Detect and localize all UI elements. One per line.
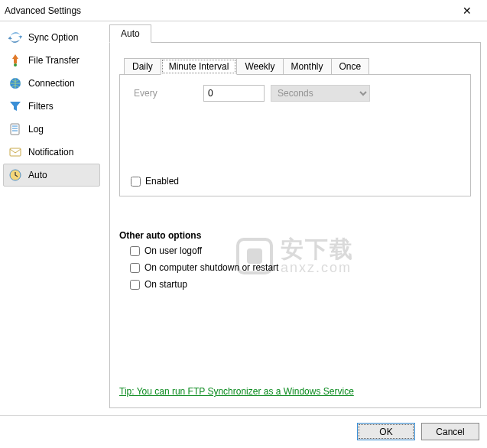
on-logoff-checkbox-input[interactable] — [130, 246, 140, 256]
tab-auto[interactable]: Auto — [109, 24, 151, 43]
svg-rect-3 — [11, 124, 19, 135]
outer-tab-strip: Auto — [109, 24, 481, 43]
sidebar-item-label: Filters — [28, 101, 95, 112]
sidebar-item-label: Sync Option — [28, 32, 95, 43]
other-options-title: Other auto options — [119, 230, 471, 241]
on-logoff-checkbox[interactable]: On user logoff — [130, 245, 471, 256]
globe-icon — [8, 76, 22, 90]
enabled-label: Enabled — [145, 176, 179, 187]
tip-link[interactable]: Tip: You can run FTP Synchronizer as a W… — [119, 386, 354, 397]
svg-marker-0 — [12, 54, 18, 63]
sidebar-item-label: Notification — [28, 147, 95, 157]
sidebar-item-filters[interactable]: Filters — [3, 95, 100, 118]
enabled-checkbox[interactable]: Enabled — [131, 176, 179, 187]
outer-tab-control: Auto Daily Minute Interval Weekly Monthl… — [109, 24, 481, 409]
every-row: Every Seconds — [131, 85, 459, 102]
outer-tab-body: Daily Minute Interval Weekly Monthly Onc… — [109, 42, 481, 408]
tab-weekly[interactable]: Weekly — [236, 58, 283, 75]
sidebar-item-label: Auto — [28, 170, 95, 180]
ok-button[interactable]: OK — [357, 423, 415, 440]
on-shutdown-checkbox-input[interactable] — [130, 263, 140, 273]
sidebar-item-sync-option[interactable]: Sync Option — [3, 26, 100, 49]
inner-tab-strip: Daily Minute Interval Weekly Monthly Onc… — [124, 58, 471, 75]
dialog-footer: OK Cancel — [0, 415, 487, 447]
funnel-icon — [8, 99, 22, 113]
sidebar-item-log[interactable]: Log — [3, 118, 100, 141]
inner-tab-control: Daily Minute Interval Weekly Monthly Onc… — [119, 58, 471, 196]
mail-icon — [8, 145, 22, 159]
sync-icon — [8, 31, 22, 44]
sidebar: Sync Option File Transfer Connection Fil… — [0, 21, 103, 415]
close-icon[interactable]: ✕ — [452, 5, 482, 17]
tab-once[interactable]: Once — [331, 58, 370, 75]
svg-point-1 — [14, 63, 17, 67]
svg-rect-7 — [10, 148, 21, 156]
clock-icon — [8, 168, 22, 182]
dialog-body: Sync Option File Transfer Connection Fil… — [0, 21, 487, 415]
on-startup-checkbox[interactable]: On startup — [130, 279, 471, 290]
every-label: Every — [131, 88, 203, 99]
interval-value-input[interactable] — [203, 85, 265, 102]
on-startup-checkbox-input[interactable] — [130, 280, 140, 290]
sidebar-item-label: File Transfer — [28, 55, 95, 66]
tab-monthly[interactable]: Monthly — [283, 58, 332, 75]
on-startup-label: On startup — [144, 279, 187, 290]
sidebar-item-auto[interactable]: Auto — [3, 164, 100, 187]
interval-unit-select[interactable]: Seconds — [271, 85, 370, 102]
tab-daily[interactable]: Daily — [124, 58, 161, 75]
tab-minute-interval[interactable]: Minute Interval — [161, 58, 238, 75]
other-options-group: On user logoff On computer shutdown or r… — [119, 245, 471, 290]
sidebar-item-connection[interactable]: Connection — [3, 72, 100, 95]
titlebar: Advanced Settings ✕ — [0, 0, 487, 21]
window-title: Advanced Settings — [5, 5, 81, 16]
transfer-icon — [8, 54, 22, 67]
content-area: Auto Daily Minute Interval Weekly Monthl… — [103, 21, 487, 415]
on-shutdown-label: On computer shutdown or restart — [144, 262, 278, 273]
enabled-checkbox-input[interactable] — [131, 177, 141, 187]
log-icon — [8, 122, 22, 136]
sidebar-item-label: Log — [28, 124, 95, 135]
sidebar-item-notification[interactable]: Notification — [3, 141, 100, 164]
on-logoff-label: On user logoff — [144, 245, 202, 256]
inner-tab-body: Every Seconds Enabled — [119, 74, 471, 196]
sidebar-item-file-transfer[interactable]: File Transfer — [3, 49, 100, 72]
sidebar-item-label: Connection — [28, 78, 95, 89]
on-shutdown-checkbox[interactable]: On computer shutdown or restart — [130, 262, 471, 273]
cancel-button[interactable]: Cancel — [421, 423, 479, 440]
